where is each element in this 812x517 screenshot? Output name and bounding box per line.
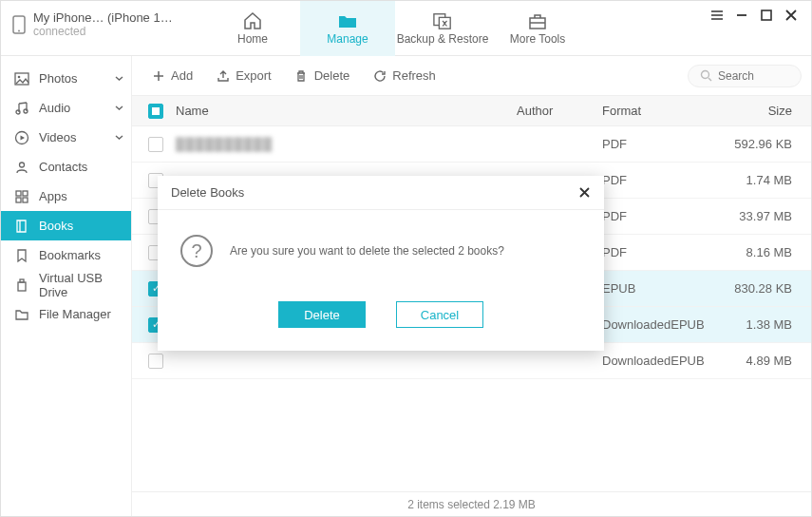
add-button[interactable]: Add (142, 65, 202, 86)
tab-label: Manage (327, 32, 368, 46)
modal-title: Delete Books (171, 185, 244, 200)
menu-icon[interactable] (710, 9, 724, 22)
sidebar-item-apps[interactable]: Apps (1, 182, 131, 211)
device-panel[interactable]: My iPhone… (iPhone 1… connected (1, 1, 205, 48)
photo-icon (14, 71, 29, 86)
cell-size: 33.97 MB (726, 209, 811, 223)
device-name: My iPhone… (iPhone 1… (33, 10, 173, 25)
cell-format: PDF (602, 209, 726, 223)
svg-rect-5 (762, 10, 771, 20)
sync-icon (432, 11, 453, 30)
svg-point-1 (18, 29, 20, 31)
search-box[interactable] (688, 65, 802, 87)
sidebar-item-label: Contacts (39, 160, 87, 174)
toolbox-icon (527, 11, 548, 30)
row-checkbox[interactable] (148, 354, 163, 369)
svg-point-18 (702, 71, 709, 79)
cell-format: DownloadedEPUB (602, 317, 726, 332)
sidebar-item-label: File Manager (39, 307, 111, 321)
folder-small-icon (14, 307, 29, 322)
folder-icon (337, 11, 358, 30)
sidebar-item-label: Apps (39, 189, 67, 203)
status-bar: 2 items selected 2.19 MB (132, 491, 811, 516)
sidebar-item-photos[interactable]: Photos (1, 64, 131, 93)
home-icon (242, 11, 263, 30)
cell-format: DownloadedEPUB (602, 354, 726, 368)
delete-button[interactable]: Delete (285, 65, 360, 86)
cell-format: PDF (602, 137, 726, 151)
svg-rect-14 (16, 198, 21, 202)
search-icon (700, 69, 712, 82)
phone-icon (12, 15, 26, 34)
trash-icon (294, 68, 309, 83)
row-checkbox[interactable] (148, 137, 163, 152)
modal-close-icon[interactable] (578, 186, 591, 199)
sidebar-item-label: Books (39, 219, 73, 233)
cell-name: ██████████ (170, 137, 517, 151)
sidebar-item-bookmarks[interactable]: Bookmarks (1, 240, 131, 270)
cell-size: 8.16 MB (726, 245, 811, 259)
sidebar-item-label: Virtual USB Drive (39, 271, 118, 299)
chevron-down-icon (115, 104, 123, 112)
chevron-down-icon (115, 74, 123, 83)
tab-backup[interactable]: Backup & Restore (395, 1, 490, 56)
toolbar-label: Delete (314, 68, 350, 83)
music-icon (14, 101, 29, 116)
sidebar-item-books[interactable]: Books (1, 211, 131, 240)
book-icon (14, 219, 29, 234)
svg-point-8 (16, 110, 20, 114)
svg-point-11 (20, 163, 25, 167)
column-author[interactable]: Author (517, 104, 602, 118)
tab-tools[interactable]: More Tools (490, 1, 585, 56)
sidebar-item-label: Audio (39, 101, 70, 115)
cell-size: 1.74 MB (726, 173, 811, 187)
search-input[interactable] (718, 69, 794, 83)
tab-label: More Tools (510, 32, 565, 46)
apps-icon (14, 189, 29, 204)
sidebar-item-videos[interactable]: Videos (1, 123, 131, 152)
minimize-icon[interactable] (735, 9, 748, 22)
tab-home[interactable]: Home (205, 1, 300, 56)
tab-label: Home (237, 32, 268, 46)
maximize-icon[interactable] (760, 9, 773, 22)
close-icon[interactable] (784, 9, 798, 22)
svg-rect-13 (23, 191, 28, 196)
svg-point-7 (18, 75, 21, 78)
modal-message: Are you sure you want to delete the sele… (230, 244, 504, 258)
cell-format: EPUB (602, 281, 726, 296)
select-all-checkbox[interactable] (148, 104, 163, 119)
sidebar-item-label: Photos (39, 71, 77, 86)
delete-confirm-dialog: Delete Books ? Are you sure you want to … (158, 176, 604, 351)
column-name[interactable]: Name (170, 104, 517, 118)
modal-cancel-button[interactable]: Cancel (396, 301, 483, 328)
chevron-down-icon (115, 133, 123, 142)
table-row[interactable]: ██████████PDF592.96 KB (132, 126, 811, 163)
toolbar-label: Refresh (392, 68, 436, 83)
sidebar-item-audio[interactable]: Audio (1, 93, 131, 123)
svg-rect-17 (20, 279, 24, 282)
sidebar-item-label: Videos (39, 130, 77, 144)
export-button[interactable]: Export (206, 65, 281, 86)
toolbar-label: Export (236, 68, 272, 83)
plus-icon (151, 68, 165, 83)
column-format[interactable]: Format (602, 104, 726, 118)
cell-size: 4.89 MB (726, 354, 811, 368)
sidebar-item-contacts[interactable]: Contacts (1, 152, 131, 182)
modal-delete-button[interactable]: Delete (278, 301, 366, 328)
question-icon: ? (180, 235, 213, 267)
contacts-icon (14, 160, 29, 175)
bookmark-icon (14, 248, 29, 263)
refresh-icon (372, 68, 387, 83)
svg-point-9 (24, 109, 28, 113)
svg-rect-12 (16, 191, 21, 196)
sidebar-item-filemgr[interactable]: File Manager (1, 299, 131, 329)
column-size[interactable]: Size (726, 104, 811, 118)
tab-manage[interactable]: Manage (300, 1, 395, 56)
toolbar-label: Add (171, 68, 193, 83)
export-icon (216, 68, 230, 83)
sidebar-item-usb[interactable]: Virtual USB Drive (1, 270, 131, 299)
refresh-button[interactable]: Refresh (363, 65, 445, 86)
svg-rect-16 (18, 282, 26, 291)
cell-format: PDF (602, 245, 726, 259)
svg-rect-15 (23, 198, 28, 202)
